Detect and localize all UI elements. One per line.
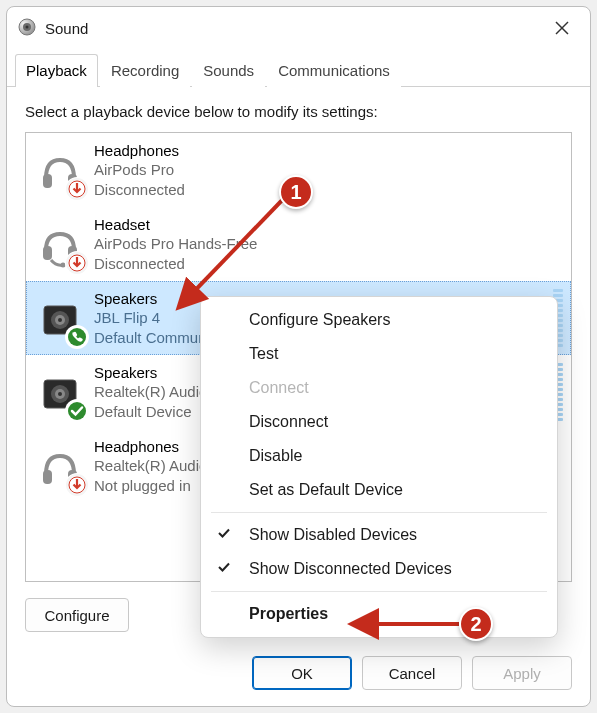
ok-button[interactable]: OK	[252, 656, 352, 690]
headphones-icon	[32, 440, 84, 492]
menu-disconnect[interactable]: Disconnect	[201, 405, 557, 439]
device-status: Default Device	[94, 402, 207, 422]
speaker-dark-icon	[32, 366, 84, 418]
menu-properties[interactable]: Properties	[201, 597, 557, 631]
window-title: Sound	[45, 20, 88, 37]
device-status: Not plugged in	[94, 476, 207, 496]
svg-rect-8	[43, 246, 52, 260]
device-status: Disconnected	[94, 180, 185, 200]
device-product: AirPods Pro	[94, 160, 185, 180]
svg-rect-5	[43, 174, 52, 188]
menu-show-disconnected-devices[interactable]: Show Disconnected Devices	[201, 552, 557, 586]
svg-point-2	[26, 25, 29, 28]
tab-communications[interactable]: Communications	[267, 54, 401, 87]
headset-icon	[32, 218, 84, 270]
device-name: Headset	[94, 215, 257, 235]
svg-point-21	[68, 402, 86, 420]
tab-sounds[interactable]: Sounds	[192, 54, 265, 87]
headphones-icon	[32, 144, 84, 196]
svg-rect-22	[43, 470, 52, 484]
check-icon	[217, 560, 231, 578]
tab-recording[interactable]: Recording	[100, 54, 190, 87]
menu-disable[interactable]: Disable	[201, 439, 557, 473]
svg-point-16	[68, 328, 86, 346]
check-icon	[217, 526, 231, 544]
device-name: Headphones	[94, 141, 185, 161]
close-button[interactable]	[542, 8, 582, 48]
context-menu: Configure SpeakersTestConnectDisconnectD…	[200, 296, 558, 638]
apply-button[interactable]: Apply	[472, 656, 572, 690]
configure-button[interactable]: Configure	[25, 598, 129, 632]
svg-point-10	[61, 263, 66, 268]
device-product: AirPods Pro Hands-Free	[94, 234, 257, 254]
cancel-button[interactable]: Cancel	[362, 656, 462, 690]
device-name: Headphones	[94, 437, 207, 457]
speaker-dark-icon	[32, 292, 84, 344]
tab-playback[interactable]: Playback	[15, 54, 98, 87]
device-text: HeadphonesRealtek(R) AudioNot plugged in	[94, 437, 207, 496]
app-icon	[17, 17, 37, 40]
instruction-text: Select a playback device below to modify…	[25, 103, 572, 120]
device-text: SpeakersRealtek(R) AudioDefault Device	[94, 363, 207, 422]
device-product: Realtek(R) Audio	[94, 382, 207, 402]
svg-point-15	[58, 318, 62, 322]
device-row[interactable]: HeadphonesAirPods ProDisconnected	[26, 133, 571, 207]
device-text: HeadsetAirPods Pro Hands-FreeDisconnecte…	[94, 215, 257, 274]
device-product: Realtek(R) Audio	[94, 456, 207, 476]
menu-set-as-default-device[interactable]: Set as Default Device	[201, 473, 557, 507]
titlebar: Sound	[7, 7, 590, 49]
device-text: HeadphonesAirPods ProDisconnected	[94, 141, 185, 200]
device-row[interactable]: HeadsetAirPods Pro Hands-FreeDisconnecte…	[26, 207, 571, 281]
menu-test[interactable]: Test	[201, 337, 557, 371]
dialog-footer: OK Cancel Apply	[252, 656, 572, 690]
menu-show-disabled-devices[interactable]: Show Disabled Devices	[201, 518, 557, 552]
tabs: PlaybackRecordingSoundsCommunications	[7, 53, 590, 87]
menu-connect: Connect	[201, 371, 557, 405]
device-name: Speakers	[94, 363, 207, 383]
svg-point-20	[58, 392, 62, 396]
device-status: Disconnected	[94, 254, 257, 274]
menu-configure-speakers[interactable]: Configure Speakers	[201, 303, 557, 337]
